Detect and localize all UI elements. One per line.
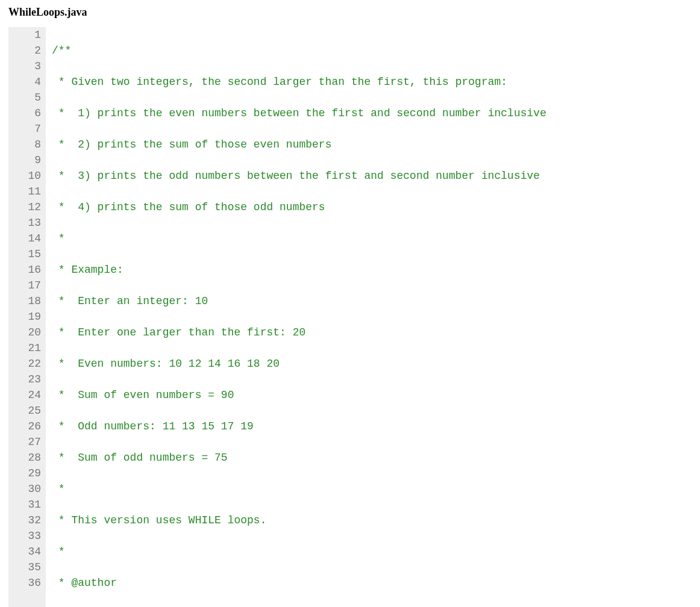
code-line: * Sum of even numbers = 90: [52, 387, 677, 403]
doc-comment: * 4) prints the sum of those odd numbers: [52, 201, 325, 213]
line-number: 15: [8, 246, 41, 262]
line-number: 4: [8, 74, 41, 90]
line-number: 24: [8, 387, 41, 403]
code-line: * Enter one larger than the first: 20: [52, 325, 677, 340]
line-number: 32: [8, 512, 41, 528]
doc-comment: * @author: [52, 577, 123, 589]
doc-comment: *: [52, 546, 71, 558]
code-line: * Example:: [52, 262, 677, 278]
code-line: * Given two integers, the second larger …: [52, 74, 677, 90]
line-number: 13: [8, 215, 41, 231]
code-line: * Sum of odd numbers = 75: [52, 450, 677, 465]
doc-comment: * Example:: [52, 264, 123, 276]
line-number: 29: [8, 465, 41, 481]
line-number: 31: [8, 497, 41, 512]
code-line: * Odd numbers: 11 13 15 17 19: [52, 419, 677, 434]
code-line: * This version uses WHILE loops.: [52, 512, 677, 528]
code-area[interactable]: /** * Given two integers, the second lar…: [46, 27, 677, 607]
code-line: *: [52, 481, 677, 497]
line-number: 14: [8, 231, 41, 246]
line-number: 34: [8, 544, 41, 559]
line-number: 7: [8, 121, 41, 137]
line-number-gutter: 1234567891011121314151617181920212223242…: [8, 27, 46, 607]
line-number: 30: [8, 481, 41, 497]
code-line: * Even numbers: 10 12 14 16 18 20: [52, 356, 677, 372]
line-number: 18: [8, 293, 41, 309]
line-number: 26: [8, 419, 41, 434]
line-number: 20: [8, 325, 41, 340]
line-number: 17: [8, 278, 41, 293]
code-line: * Enter an integer: 10: [52, 293, 677, 309]
doc-comment: * Odd numbers: 11 13 15 17 19: [52, 420, 254, 432]
line-number: 1: [8, 27, 41, 43]
line-number: 22: [8, 356, 41, 372]
line-number: 3: [8, 58, 41, 74]
line-number: 27: [8, 434, 41, 450]
doc-comment: * Even numbers: 10 12 14 16 18 20: [52, 358, 280, 370]
line-number: 6: [8, 105, 41, 121]
line-number: 23: [8, 372, 41, 387]
code-line: * 3) prints the odd numbers between the …: [52, 168, 677, 184]
doc-comment: /**: [52, 45, 71, 57]
doc-comment: * Enter one larger than the first: 20: [52, 326, 305, 338]
doc-comment: * Given two integers, the second larger …: [52, 76, 507, 88]
doc-comment: * Enter an integer: 10: [52, 295, 208, 307]
line-number: 11: [8, 184, 41, 199]
doc-comment: * This version uses WHILE loops.: [52, 514, 266, 526]
line-number: 9: [8, 152, 41, 168]
doc-comment: * Sum of even numbers = 90: [52, 389, 234, 401]
line-number: 2: [8, 43, 41, 58]
line-number: 36: [8, 575, 41, 591]
doc-comment: *: [52, 483, 71, 495]
code-line: * 1) prints the even numbers between the…: [52, 105, 677, 121]
code-line: * 4) prints the sum of those odd numbers: [52, 199, 677, 215]
line-number: 25: [8, 403, 41, 419]
line-number: 35: [8, 559, 41, 575]
doc-comment: * Sum of odd numbers = 75: [52, 452, 228, 464]
file-title: WhileLoops.java: [8, 6, 692, 19]
line-number: 28: [8, 450, 41, 465]
code-line: /**: [52, 43, 677, 58]
code-line: * @author: [52, 575, 677, 591]
doc-comment: *: [52, 232, 71, 244]
doc-comment: * 2) prints the sum of those even number…: [52, 139, 331, 151]
code-line: *: [52, 231, 677, 246]
code-editor: 1234567891011121314151617181920212223242…: [8, 27, 677, 607]
line-number: 8: [8, 137, 41, 152]
line-number: 33: [8, 528, 41, 544]
line-number: 5: [8, 90, 41, 105]
line-number: 10: [8, 168, 41, 184]
code-line: *: [52, 544, 677, 559]
line-number: 16: [8, 262, 41, 278]
doc-comment: * 1) prints the even numbers between the…: [52, 107, 546, 119]
doc-comment: * 3) prints the odd numbers between the …: [52, 170, 540, 182]
line-number: 21: [8, 340, 41, 356]
line-number: 19: [8, 309, 41, 325]
code-line: * 2) prints the sum of those even number…: [52, 137, 677, 152]
line-number: 12: [8, 199, 41, 215]
